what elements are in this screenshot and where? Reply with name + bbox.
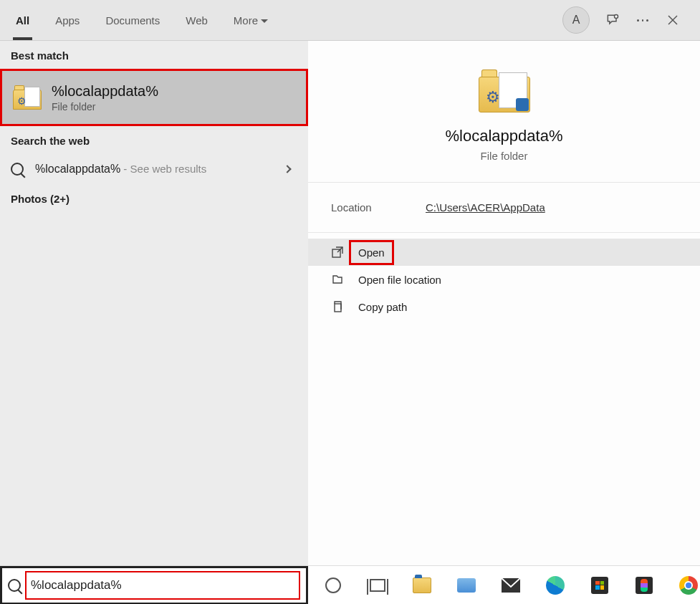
- best-match-subtitle: File folder: [52, 101, 158, 112]
- search-scope-tabbar: All Apps Documents Web More A: [0, 0, 700, 41]
- open-icon: [331, 246, 344, 259]
- taskbar-apps: [308, 575, 700, 596]
- tab-more[interactable]: More: [231, 10, 271, 31]
- folder-icon: ⚙: [479, 69, 530, 112]
- location-row: Location C:\Users\ACER\AppData: [308, 183, 700, 233]
- search-icon: [11, 163, 24, 176]
- search-input[interactable]: [31, 578, 299, 593]
- onscreen-keyboard-icon[interactable]: [456, 575, 477, 596]
- action-open-label: Open: [349, 240, 394, 265]
- results-area: Best match ⚙ %localappdata% File folder …: [0, 41, 700, 565]
- section-best-match-label: Best match: [0, 41, 308, 69]
- task-view-icon[interactable]: [367, 575, 388, 596]
- web-result-text: %localappdata% - See web results: [35, 163, 273, 176]
- tab-all[interactable]: All: [13, 10, 32, 31]
- best-match-text: %localappdata% File folder: [52, 83, 158, 112]
- location-label: Location: [331, 201, 426, 214]
- scope-tabs: All Apps Documents Web More: [0, 0, 271, 40]
- details-title: %localappdata%: [446, 127, 563, 145]
- microsoft-store-icon[interactable]: [589, 575, 610, 596]
- figma-app-icon[interactable]: [633, 575, 655, 596]
- action-open-location-label: Open file location: [358, 274, 441, 286]
- action-copy-path[interactable]: Copy path: [308, 293, 700, 320]
- svg-point-0: [615, 15, 618, 19]
- svg-rect-4: [335, 304, 341, 312]
- search-input-highlight: [25, 571, 300, 600]
- windows-search-panel: All Apps Documents Web More A Best match: [0, 0, 700, 604]
- tab-apps[interactable]: Apps: [52, 10, 82, 31]
- best-match-result[interactable]: ⚙ %localappdata% File folder: [0, 69, 308, 126]
- section-search-web-label: Search the web: [0, 126, 308, 154]
- more-options-icon[interactable]: [636, 13, 650, 27]
- details-panel: ⚙ %localappdata% File folder Location C:…: [308, 41, 700, 565]
- taskbar: [0, 565, 700, 604]
- edge-browser-icon[interactable]: [545, 575, 566, 596]
- folder-location-icon: [331, 273, 344, 286]
- cortana-icon[interactable]: [322, 575, 344, 596]
- section-photos-label[interactable]: Photos (2+): [0, 184, 308, 214]
- file-explorer-icon[interactable]: [411, 575, 433, 596]
- actions-list: Open Open file location Copy path: [308, 233, 700, 320]
- chevron-right-icon: [283, 165, 291, 173]
- chevron-down-icon: [261, 19, 268, 27]
- details-subtitle: File folder: [481, 150, 528, 162]
- chrome-browser-icon[interactable]: [678, 575, 699, 596]
- folder-icon: ⚙: [13, 85, 42, 110]
- top-right-controls: A: [562, 6, 700, 34]
- tab-web[interactable]: Web: [183, 10, 211, 31]
- action-open-file-location[interactable]: Open file location: [308, 266, 700, 293]
- details-header: ⚙ %localappdata% File folder: [308, 41, 700, 183]
- feedback-icon[interactable]: [605, 13, 620, 27]
- results-list: Best match ⚙ %localappdata% File folder …: [0, 41, 308, 565]
- location-path-link[interactable]: C:\Users\ACER\AppData: [426, 201, 545, 214]
- close-icon[interactable]: [666, 13, 680, 27]
- action-open[interactable]: Open: [308, 239, 700, 266]
- mail-app-icon[interactable]: [500, 575, 522, 596]
- user-avatar[interactable]: A: [562, 6, 590, 34]
- taskbar-search-box[interactable]: [0, 566, 308, 605]
- search-icon: [8, 579, 21, 592]
- best-match-title: %localappdata%: [52, 83, 158, 100]
- web-search-result[interactable]: %localappdata% - See web results: [0, 154, 308, 184]
- copy-icon: [331, 300, 344, 313]
- action-copy-path-label: Copy path: [358, 301, 407, 313]
- tab-documents[interactable]: Documents: [102, 10, 163, 31]
